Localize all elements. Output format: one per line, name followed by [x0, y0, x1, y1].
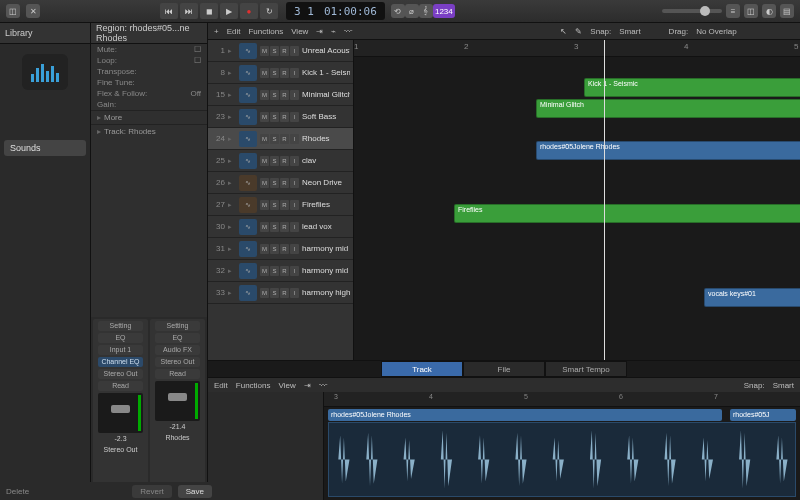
automation-mode[interactable]: Read [155, 369, 201, 379]
solo-button[interactable]: S [270, 134, 279, 144]
loop-checkbox[interactable]: ☐ [194, 56, 201, 65]
track-name[interactable]: Unreal Acoustic [302, 46, 350, 55]
solo-button[interactable]: S [270, 266, 279, 276]
editor-region-name[interactable]: rhodes#05Jolene Rhodes [328, 409, 722, 421]
solo-button[interactable]: S [270, 222, 279, 232]
automation-icon[interactable]: ⌁ [331, 27, 336, 36]
disclosure-icon[interactable]: ▸ [228, 91, 236, 99]
editor-main[interactable]: 34567 rhodes#05Jolene Rhodes rhodes#05J [324, 392, 800, 500]
ed-functions-menu[interactable]: Functions [236, 381, 271, 390]
master-volume-slider[interactable] [662, 9, 722, 13]
ed-snap-value[interactable]: Smart [773, 381, 794, 390]
fader[interactable] [98, 393, 144, 433]
track-icon[interactable]: ∿ [239, 109, 257, 125]
output-slot[interactable]: Stereo Out [155, 357, 201, 367]
record-enable-button[interactable]: R [280, 288, 289, 298]
playhead[interactable] [604, 40, 605, 360]
setting-slot[interactable]: Setting [155, 321, 201, 331]
mute-button[interactable]: M [260, 266, 269, 276]
output-slot[interactable]: Stereo Out [98, 369, 144, 379]
solo-button[interactable]: S [270, 68, 279, 78]
stop-button[interactable]: ◼ [200, 3, 218, 19]
solo-button[interactable]: S [270, 178, 279, 188]
disclosure-icon[interactable]: ▸ [228, 69, 236, 77]
record-enable-button[interactable]: R [280, 90, 289, 100]
track-icon[interactable]: ∿ [239, 219, 257, 235]
input-monitor-button[interactable]: I [290, 46, 299, 56]
play-button[interactable]: ▶ [220, 3, 238, 19]
mute-checkbox[interactable]: ☐ [194, 45, 201, 54]
disclosure-icon[interactable]: ▸ [228, 267, 236, 275]
track-name[interactable]: Rhodes [302, 134, 350, 143]
patch-icon[interactable] [22, 54, 68, 90]
disclosure-icon[interactable]: ▸ [228, 157, 236, 165]
eq-slot[interactable]: EQ [155, 333, 201, 343]
track-header[interactable]: 1 ▸ ∿ MSRI Unreal Acoustic [208, 40, 353, 62]
edit-menu[interactable]: Edit [227, 27, 241, 36]
mute-button[interactable]: M [260, 288, 269, 298]
region-inspector-header[interactable]: Region: rhodes#05...ne Rhodes [91, 23, 207, 44]
input-monitor-button[interactable]: I [290, 90, 299, 100]
solo-button[interactable]: S [270, 244, 279, 254]
catch-icon[interactable]: ⇥ [304, 381, 311, 390]
record-enable-button[interactable]: R [280, 266, 289, 276]
metronome-icon[interactable]: 1234 [433, 4, 455, 18]
notes-icon[interactable]: ◫ [744, 4, 758, 18]
input-monitor-button[interactable]: I [290, 156, 299, 166]
mute-button[interactable]: M [260, 112, 269, 122]
list-editors-icon[interactable]: ≡ [726, 4, 740, 18]
track-header[interactable]: 26 ▸ ∿ MSRI Neon Drive [208, 172, 353, 194]
snap-value[interactable]: Smart [619, 27, 640, 36]
count-in-icon[interactable]: 𝄞 [419, 4, 433, 18]
mute-button[interactable]: M [260, 178, 269, 188]
record-button[interactable]: ● [240, 3, 258, 19]
record-enable-button[interactable]: R [280, 178, 289, 188]
more-disclosure[interactable]: More [104, 113, 122, 122]
track-header[interactable]: 8 ▸ ∿ MSRI Kick 1 - Seismic [208, 62, 353, 84]
disclosure-icon[interactable]: ▸ [228, 113, 236, 121]
editor-tab[interactable]: File [463, 361, 545, 377]
record-enable-button[interactable]: R [280, 134, 289, 144]
record-enable-button[interactable]: R [280, 68, 289, 78]
mute-button[interactable]: M [260, 90, 269, 100]
record-enable-button[interactable]: R [280, 112, 289, 122]
track-name[interactable]: harmony mid 2 [302, 266, 350, 275]
mute-button[interactable]: M [260, 46, 269, 56]
disclosure-icon[interactable]: ▸ [228, 201, 236, 209]
input-monitor-button[interactable]: I [290, 288, 299, 298]
disclosure-icon[interactable]: ▸ [228, 179, 236, 187]
track-header[interactable]: 24 ▸ ∿ MSRI Rhodes [208, 128, 353, 150]
library-toggle-icon[interactable]: ◫ [6, 4, 20, 18]
loops-icon[interactable]: ◐ [762, 4, 776, 18]
track-icon[interactable]: ∿ [239, 241, 257, 257]
save-button[interactable]: Save [178, 485, 212, 498]
track-name[interactable]: harmony mid [302, 244, 350, 253]
bar-ruler[interactable]: 12345 [354, 40, 800, 57]
track-name[interactable]: Fireflies [302, 200, 350, 209]
record-enable-button[interactable]: R [280, 244, 289, 254]
disclosure-icon[interactable]: ▸ [228, 223, 236, 231]
editor-tab[interactable]: Smart Tempo [545, 361, 627, 377]
disclosure-icon[interactable]: ▸ [228, 135, 236, 143]
channel-eq-slot[interactable]: Channel EQ [98, 357, 144, 367]
input-monitor-button[interactable]: I [290, 112, 299, 122]
delete-button[interactable]: Delete [6, 487, 29, 496]
track-inspector-header[interactable]: Track: Rhodes [104, 127, 156, 136]
region[interactable]: Minimal Glitch [536, 99, 800, 118]
cycle-button[interactable]: ↻ [260, 3, 278, 19]
solo-button[interactable]: S [270, 288, 279, 298]
input-monitor-button[interactable]: I [290, 200, 299, 210]
lcd-display[interactable]: 3 1 01:00:06 [286, 2, 385, 20]
input-monitor-button[interactable]: I [290, 244, 299, 254]
editor-ruler[interactable]: 34567 [324, 392, 800, 407]
flex-icon[interactable]: 〰 [344, 27, 352, 36]
track-icon[interactable]: ∿ [239, 285, 257, 301]
track-icon[interactable]: ∿ [239, 153, 257, 169]
disclosure-icon[interactable]: ▸ [228, 289, 236, 297]
audio-fx-slot[interactable]: Audio FX [155, 345, 201, 355]
track-name[interactable]: clav [302, 156, 350, 165]
rewind-button[interactable]: ⏮ [160, 3, 178, 19]
close-panel-icon[interactable]: ✕ [26, 4, 40, 18]
mute-button[interactable]: M [260, 244, 269, 254]
pencil-tool-icon[interactable]: ✎ [575, 27, 582, 36]
